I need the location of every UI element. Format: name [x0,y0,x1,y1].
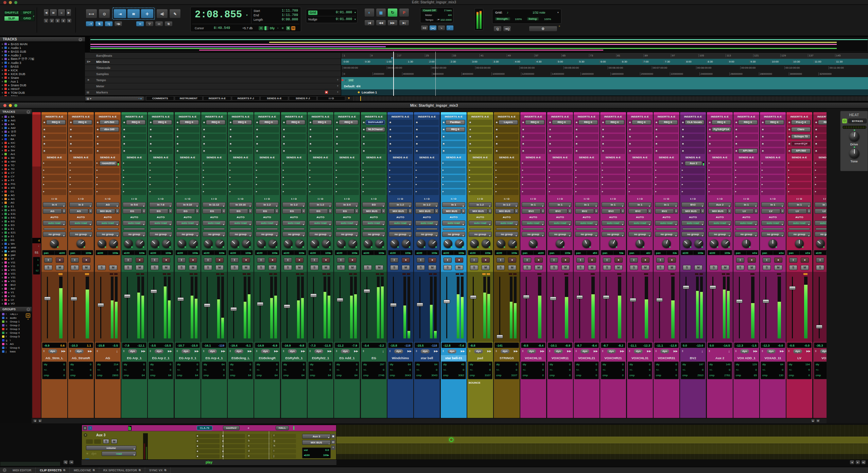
marker-add-icon[interactable]: + [337,90,338,94]
insert-slot[interactable]: REQ 6 [442,127,466,133]
track-name[interactable]: STRINGS [494,355,520,361]
pan-knob-right[interactable] [402,239,411,248]
send-slot[interactable]: ▸ [229,182,253,188]
record-arm-button[interactable]: ● [668,258,676,263]
mini-slot[interactable] [221,444,245,448]
tempo-value[interactable]: 102.0000 [440,18,452,21]
output-window-button[interactable]: ÷ [435,209,438,214]
send-slot[interactable]: ▸ [468,175,492,181]
nudge-arrows-icon[interactable]: ⇕ [602,350,604,353]
insert-slot[interactable] [548,134,572,140]
input-monitor-icon[interactable]: ↓ [8,239,10,242]
insert-slot[interactable] [282,127,306,133]
group-selector[interactable]: no group▼ [602,232,625,237]
mini-slot-letter[interactable]: f [272,434,296,438]
nudge-arrows-icon[interactable]: ⇕ [708,350,711,353]
dyn-pill[interactable]: dyn [793,349,802,353]
solo-button[interactable]: S [98,265,106,270]
insert-slot[interactable] [601,127,625,133]
send-slot[interactable]: ▸ [149,161,173,167]
send-slot[interactable]: ▸ [521,189,545,195]
gridq-caret-icon[interactable]: ▼ [557,12,559,14]
ruler-data-area[interactable]: 1917253341495765738189971051131211291371… [341,53,868,59]
pan-knob-left[interactable] [204,239,213,248]
heat-drive-knob[interactable] [849,132,860,142]
pan-knob-left[interactable] [444,239,452,248]
velocity-slider[interactable] [44,228,65,230]
channel-strip-EG Arp_1[interactable]: INSERTS A-EREQ 6SENDS A-E▸▸▸▸▸I / OIn 5-… [121,112,147,418]
output-window-button[interactable]: ÷ [594,209,598,214]
send-slot[interactable]: ▸ [708,175,732,181]
send-slot[interactable]: ▸ [335,182,359,188]
rtz-button[interactable]: |◀ [364,20,375,26]
input-monitor-button[interactable]: I [497,258,505,263]
velocity-slider[interactable] [469,228,491,230]
nudge-arrows-icon[interactable]: ⇕ [655,350,657,353]
input-selector[interactable]: In 5-6▼ [123,202,146,207]
insert-slot[interactable]: CLA Vocals [681,120,705,125]
nudge-arrows-icon[interactable]: ⇕ [442,350,445,353]
pan-knob-left[interactable] [417,239,426,248]
insert-slot[interactable] [681,148,705,154]
output-selector[interactable]: EG [229,209,248,214]
track-list-item[interactable]: ↓ D1 [0,190,32,193]
nudge-arrows-icon[interactable]: ⇕ [469,350,471,353]
nudge-arrows-icon[interactable]: ⇕ [229,350,231,353]
nudge-arrows-icon[interactable]: ⇕ [389,350,391,353]
track-name[interactable]: EG [361,355,387,361]
group-selector[interactable]: no group▼ [815,232,827,237]
mini-timeline-ticks[interactable] [353,96,868,101]
nudge-arrows-icon[interactable]: ⇕ [628,350,631,353]
group-selector[interactable]: no group▼ [415,232,438,237]
output-selector[interactable]: EG [149,209,168,214]
track-list-item[interactable]: ▶ E1 [0,234,32,238]
pan-knob-right[interactable] [694,239,703,248]
output-window-button[interactable]: ÷ [355,209,359,214]
send-slot[interactable]: ▸ [708,168,732,174]
nudge-arrows-icon[interactable]: ⇕ [815,350,817,353]
volume-fader[interactable] [603,295,609,299]
dyn-pill[interactable]: dyn [75,349,84,353]
mute-button[interactable]: M [482,265,490,270]
track-name[interactable]: BV2 [680,355,706,361]
track-name[interactable]: EGBckngR [254,355,280,361]
send-slot[interactable]: ▸ [96,189,120,195]
insert-slot[interactable] [388,127,412,133]
nudge-arrows-icon[interactable]: ⇕ [362,350,365,353]
pan-knob[interactable] [76,239,85,248]
send-slot[interactable]: ▸ [255,189,279,195]
insert-slot[interactable] [176,141,199,147]
mute-button[interactable]: M [801,265,809,270]
channel-strip-VOXCHR31[interactable]: INSERTS A-EREQ 6SENDS A-E▸▸▸▸▸I / OIn 1▼… [654,112,679,418]
group-selector[interactable]: no group▼ [176,232,199,237]
dyn-pill[interactable]: dyn [48,349,57,353]
output-window-button[interactable]: ÷ [328,209,332,214]
velocity-slider[interactable] [203,228,225,230]
insert-slot[interactable]: REQ 6 [814,120,827,125]
track-name[interactable]: VOXCHL31 [627,355,653,361]
mini-insert-soothe2[interactable]: soothe2 [223,426,240,430]
volume-fader[interactable] [576,295,583,299]
column-header-INSERTS A-E[interactable]: INSERTS A-E [203,96,231,101]
track-name[interactable]: EGRyht2_1 [308,355,333,361]
insert-plugin-CLA Vocals[interactable]: CLA Vocals [685,120,704,125]
input-selector[interactable]: In 1-2▼ [415,202,438,207]
mini-slot[interactable] [196,454,220,458]
insert-slot[interactable] [335,148,359,154]
send-slot[interactable]: ▸ [442,175,466,181]
aux3-solo-button[interactable]: S [103,439,109,444]
channel-strip-VOXCHL11[interactable]: INSERTS A-EREQ 6SENDS A-E▸▸▸▸▸I / OIn 1▼… [520,112,546,418]
ruler-data-area[interactable]: Default: 4/4 [341,83,868,89]
statusbar-tab-SYNC VX[interactable]: SYNC VX⧉ [145,467,171,473]
tempo-add-icon[interactable]: + [337,78,338,82]
insert-slot[interactable] [655,148,678,154]
send-slot[interactable]: ▸ [601,175,625,181]
track-list-item[interactable]: ▶ E41 [0,216,32,220]
input-monitor-icon[interactable]: ↓ [8,153,10,156]
insert-plugin-dbx-160[interactable]: dbx-160 [100,127,119,132]
send-slot[interactable]: ▸ [42,161,66,167]
pan-display[interactable]: ◂100100▸ [708,250,732,255]
bypass-arrows-icon[interactable]: ▶▶ [168,350,172,353]
track-list-item[interactable]: ▶ Wn [0,242,32,246]
input-monitor-button[interactable]: I [789,258,797,263]
